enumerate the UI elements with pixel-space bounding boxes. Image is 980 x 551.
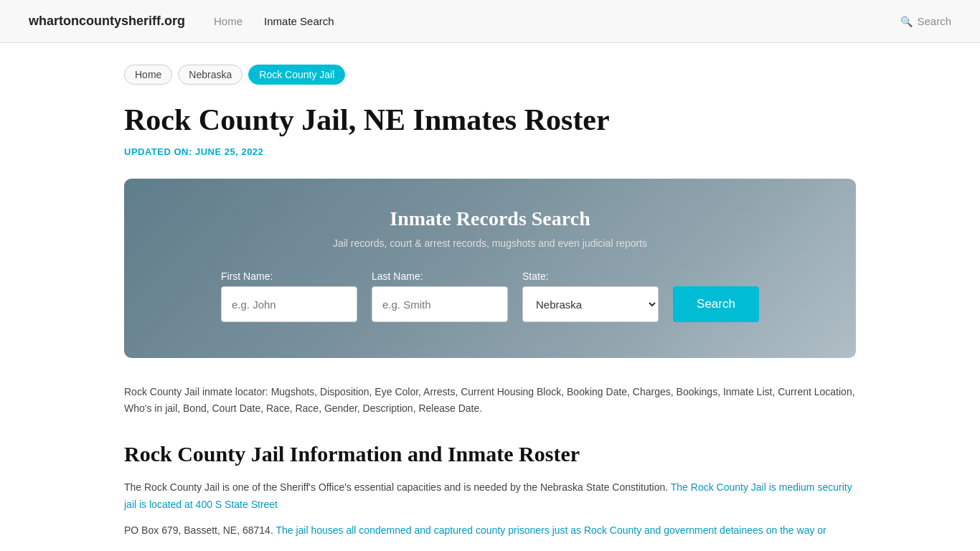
last-name-group: Last Name: bbox=[372, 270, 508, 322]
info-paragraph-1-main: The Rock County Jail is one of the Sheri… bbox=[124, 481, 671, 493]
nav-inmate-search[interactable]: Inmate Search bbox=[264, 15, 334, 27]
info-section-title: Rock County Jail Information and Inmate … bbox=[124, 442, 856, 466]
last-name-input[interactable] bbox=[372, 286, 508, 322]
site-logo[interactable]: whartoncountysheriff.org bbox=[29, 14, 185, 29]
search-icon: 🔍 bbox=[900, 16, 913, 27]
info-paragraph-2: PO Box 679, Bassett, NE, 68714. The jail… bbox=[124, 522, 856, 540]
first-name-group: First Name: bbox=[221, 270, 357, 322]
search-button[interactable]: Search bbox=[673, 286, 759, 322]
nav-home[interactable]: Home bbox=[214, 15, 242, 27]
last-name-label: Last Name: bbox=[372, 270, 423, 282]
nav-links: Home Inmate Search bbox=[214, 15, 900, 27]
inmate-locator-description: Rock County Jail inmate locator: Mugshot… bbox=[124, 384, 856, 416]
info-paragraph-2-address: PO Box 679, Bassett, NE, 68714. bbox=[124, 524, 275, 536]
page-title: Rock County Jail, NE Inmates Roster bbox=[124, 102, 856, 138]
info-paragraph-1: The Rock County Jail is one of the Sheri… bbox=[124, 479, 856, 514]
breadcrumb-home[interactable]: Home bbox=[124, 65, 172, 85]
breadcrumb-rock-county-jail[interactable]: Rock County Jail bbox=[248, 65, 345, 85]
inmate-records-search-box: Inmate Records Search Jail records, cour… bbox=[124, 179, 856, 358]
state-group: State: NebraskaAlabamaAlaskaArizonaArkan… bbox=[522, 270, 659, 322]
search-form: First Name: Last Name: State: NebraskaAl… bbox=[167, 270, 813, 322]
navbar: whartoncountysheriff.org Home Inmate Sea… bbox=[0, 0, 980, 43]
first-name-label: First Name: bbox=[221, 270, 273, 282]
nav-search-label: Search bbox=[917, 15, 951, 27]
state-select[interactable]: NebraskaAlabamaAlaskaArizonaArkansasCali… bbox=[522, 286, 659, 322]
nav-search-button[interactable]: 🔍 Search bbox=[900, 15, 951, 27]
breadcrumb-nebraska[interactable]: Nebraska bbox=[178, 65, 242, 85]
first-name-input[interactable] bbox=[221, 286, 357, 322]
search-box-subtitle: Jail records, court & arrest records, mu… bbox=[167, 237, 813, 249]
search-box-title: Inmate Records Search bbox=[167, 207, 813, 230]
breadcrumb: Home Nebraska Rock County Jail bbox=[124, 65, 856, 85]
main-content: Home Nebraska Rock County Jail Rock Coun… bbox=[95, 43, 885, 551]
state-label: State: bbox=[522, 270, 549, 282]
info-paragraph-2-highlight: The jail houses all condemned and captur… bbox=[275, 524, 826, 536]
updated-label: UPDATED ON: JUNE 25, 2022 bbox=[124, 146, 856, 157]
